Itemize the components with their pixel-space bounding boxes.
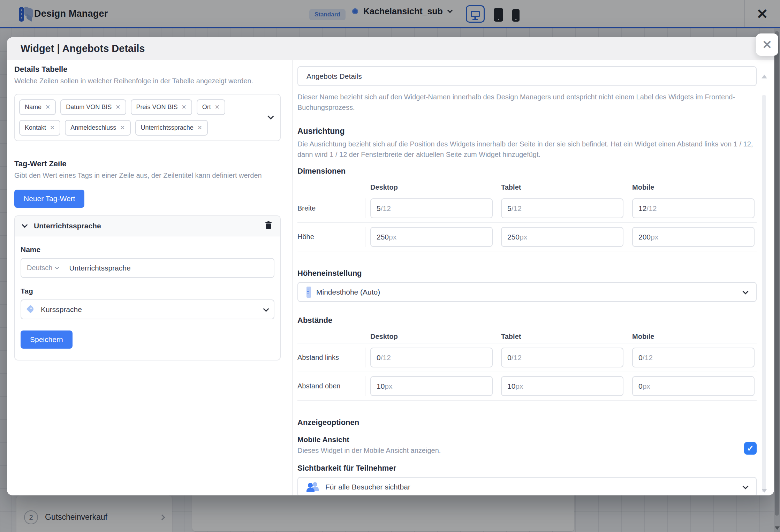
mobile-view-label: Mobile Ansicht xyxy=(297,435,441,444)
remove-chip-icon[interactable]: ✕ xyxy=(197,124,202,131)
new-tag-value-button[interactable]: Neuer Tag-Wert xyxy=(14,190,84,208)
widget-name-hint: Dieser Name bezieht sich auf den Widget-… xyxy=(297,92,747,113)
remove-chip-icon[interactable]: ✕ xyxy=(50,124,55,131)
panel-title: Unterrichtssprache xyxy=(34,222,101,230)
hoehe-mobile-input[interactable]: 200px xyxy=(632,227,755,247)
breite-mobile-input[interactable]: 12/12 xyxy=(632,198,755,218)
remove-chip-icon[interactable]: ✕ xyxy=(182,104,187,111)
spacing-heading: Abstände xyxy=(297,316,757,325)
dimensions-table: Desktop Tablet Mobile Breite 5/12 5/12 1… xyxy=(297,181,757,251)
mobile-view-checkbox[interactable]: ✓ xyxy=(744,442,757,455)
trash-icon[interactable] xyxy=(265,221,272,231)
column-header-tablet: Tablet xyxy=(496,333,627,341)
chip-ort[interactable]: Ort✕ xyxy=(197,99,225,115)
tag-field-label: Tag xyxy=(21,287,274,295)
row-label-hoehe: Höhe xyxy=(297,227,365,247)
modal-right-column: Angebots Details Dieser Name bezieht sic… xyxy=(293,60,774,495)
remove-chip-icon[interactable]: ✕ xyxy=(215,104,220,111)
tag-select-value: Kurssprache xyxy=(41,305,82,314)
chip-datum-von-bis[interactable]: Datum VON BIS✕ xyxy=(60,99,126,115)
tag-select[interactable]: Kurssprache xyxy=(21,299,274,319)
details-table-description: Welche Zeilen sollen in welcher Reihenfo… xyxy=(14,76,258,86)
name-field-label: Name xyxy=(21,245,274,254)
tag-value-panel: Unterrichtssprache Name Deutsch Unt xyxy=(14,215,281,360)
details-rows-multiselect[interactable]: Name✕ Datum VON BIS✕ Preis VON BIS✕ Ort✕… xyxy=(14,94,281,141)
dimensions-heading: Dimensionen xyxy=(297,167,757,176)
table-row: Höhe 250px 250px 200px xyxy=(297,222,757,251)
widget-settings-modal: Widget | Angebots Details Details Tabell… xyxy=(7,37,774,495)
breite-tablet-input[interactable]: 5/12 xyxy=(501,198,623,218)
remove-chip-icon[interactable]: ✕ xyxy=(45,104,50,111)
table-row: Abstand links 0/12 0/12 0/12 xyxy=(297,343,757,372)
chip-kontakt[interactable]: Kontakt✕ xyxy=(19,120,60,136)
chip-name[interactable]: Name✕ xyxy=(19,99,56,115)
hoehe-desktop-input[interactable]: 250px xyxy=(370,227,493,247)
row-title-value: Unterrichtssprache xyxy=(69,264,130,272)
display-options-heading: Anzeigeoptionen xyxy=(297,418,757,427)
alignment-heading: Ausrichtung xyxy=(297,127,757,136)
abstand-oben-desktop-input[interactable]: 10px xyxy=(370,376,493,396)
abstand-oben-mobile-input[interactable]: 0px xyxy=(632,376,755,396)
scroll-up-arrow-icon[interactable] xyxy=(762,75,767,78)
chip-preis-von-bis[interactable]: Preis VON BIS✕ xyxy=(131,99,192,115)
chevron-down-icon xyxy=(263,306,269,312)
modal-scrollbar[interactable] xyxy=(761,75,767,493)
column-header-desktop: Desktop xyxy=(365,183,496,191)
column-header-desktop: Desktop xyxy=(365,333,496,341)
ruler-icon xyxy=(306,287,311,298)
abstand-links-mobile-input[interactable]: 0/12 xyxy=(632,348,755,367)
height-setting-heading: Höheneinstellung xyxy=(297,269,757,278)
screen: 2 Gutscheinverkauf 3 Anfragen: Akzeptier… xyxy=(0,0,780,532)
alignment-description: Die Ausrichtung bezieht sich auf die Pos… xyxy=(297,139,757,160)
chip-anmeldeschluss[interactable]: Anmeldeschluss✕ xyxy=(65,120,130,136)
people-group-icon xyxy=(306,482,320,492)
height-setting-select[interactable]: Mindesthöhe (Auto) xyxy=(297,282,757,302)
row-label-abstand-links: Abstand links xyxy=(297,348,365,367)
visibility-select[interactable]: Für alle Besucher sichtbar xyxy=(297,477,757,495)
visibility-heading: Sichtbarkeit für Teilnehmer xyxy=(297,464,757,473)
language-selector[interactable]: Deutsch xyxy=(27,264,59,272)
tag-icon xyxy=(27,305,35,314)
chevron-down-icon xyxy=(743,483,749,489)
tag-value-heading: Tag-Wert Zeile xyxy=(14,159,281,168)
modal-scrollbar-thumb[interactable] xyxy=(762,95,766,492)
abstand-links-desktop-input[interactable]: 0/12 xyxy=(370,348,493,367)
column-header-mobile: Mobile xyxy=(627,333,757,341)
remove-chip-icon[interactable]: ✕ xyxy=(120,124,125,131)
modal-close-button[interactable]: ✕ xyxy=(756,33,778,56)
chip-unterrichtssprache[interactable]: Unterrichtssprache✕ xyxy=(135,120,208,136)
tag-value-description: Gibt den Wert eines Tags in einer Zeile … xyxy=(14,170,265,181)
table-row: Breite 5/12 5/12 12/12 xyxy=(297,194,757,222)
modal-header: Widget | Angebots Details xyxy=(7,37,774,60)
height-setting-value: Mindesthöhe (Auto) xyxy=(316,288,380,296)
save-button[interactable]: Speichern xyxy=(21,330,73,349)
remove-chip-icon[interactable]: ✕ xyxy=(115,104,120,111)
table-row: Abstand oben 10px 10px 0px xyxy=(297,372,757,401)
modal-left-column: Details Tabelle Welche Zeilen sollen in … xyxy=(7,60,293,495)
chevron-down-icon xyxy=(55,265,60,269)
visibility-value: Für alle Besucher sichtbar xyxy=(325,483,410,491)
chevron-down-icon[interactable] xyxy=(267,113,274,119)
modal-title: Widget | Angebots Details xyxy=(21,43,145,54)
hoehe-tablet-input[interactable]: 250px xyxy=(501,227,623,247)
abstand-links-tablet-input[interactable]: 0/12 xyxy=(501,348,623,367)
panel-header[interactable]: Unterrichtssprache xyxy=(15,216,280,236)
abstand-oben-tablet-input[interactable]: 10px xyxy=(501,376,623,396)
details-table-heading: Details Tabelle xyxy=(14,65,281,74)
row-label-breite: Breite xyxy=(297,198,365,218)
scroll-down-arrow-icon[interactable] xyxy=(762,489,767,493)
row-label-abstand-oben: Abstand oben xyxy=(297,376,365,396)
column-header-mobile: Mobile xyxy=(627,183,757,191)
row-title-input[interactable]: Deutsch Unterrichtssprache xyxy=(21,258,274,278)
chevron-down-icon xyxy=(743,288,749,294)
widget-name-input[interactable]: Angebots Details xyxy=(297,66,757,86)
spacing-table: Desktop Tablet Mobile Abstand links 0/12… xyxy=(297,330,757,401)
column-header-tablet: Tablet xyxy=(496,183,627,191)
chevron-down-icon[interactable] xyxy=(22,222,28,228)
mobile-view-hint: Dieses Widget in der Mobile Ansicht anze… xyxy=(297,447,441,455)
breite-desktop-input[interactable]: 5/12 xyxy=(370,198,493,218)
